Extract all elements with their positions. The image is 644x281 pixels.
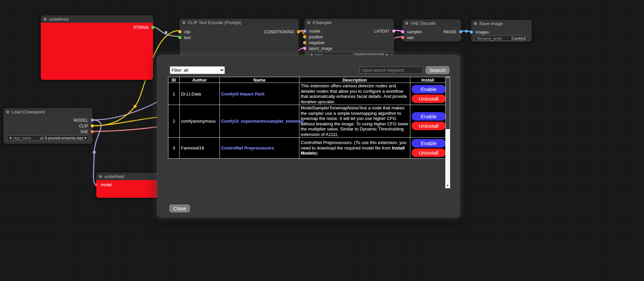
output-label: MODEL xyxy=(73,118,88,123)
node-title: Save Image xyxy=(479,21,503,26)
node-title: Load Checkpoint xyxy=(12,109,45,115)
output-label: CONDITIONING xyxy=(264,30,294,34)
output-label: VAE xyxy=(80,129,88,134)
search-input[interactable] xyxy=(360,67,423,74)
node-header[interactable]: KSampler xyxy=(304,19,394,26)
collapse-dot-icon[interactable] xyxy=(6,110,9,113)
node-vae-decode[interactable]: VAE Decode samples IMAGE vae xyxy=(402,19,461,41)
input-slot-model[interactable] xyxy=(95,183,98,186)
input-slot-clip[interactable] xyxy=(178,30,181,33)
collapse-dot-icon[interactable] xyxy=(405,22,408,25)
uninstall-button[interactable]: Uninstall xyxy=(412,122,446,130)
cell-author: Fannovel16 xyxy=(180,138,220,159)
node-header[interactable]: VAE Decode xyxy=(402,19,461,27)
output-label: CLIP xyxy=(79,124,88,128)
output-slot-image[interactable] xyxy=(459,30,462,33)
input-slot-positive[interactable] xyxy=(303,35,306,38)
node-clip-text-encode[interactable]: CLIP Text Encode (Prompt) clip CONDITION… xyxy=(180,19,299,58)
uninstall-button[interactable]: Uninstall xyxy=(412,148,446,157)
input-label: model xyxy=(309,29,320,34)
node-ksampler[interactable]: KSampler model LATENT positive negative … xyxy=(304,19,394,58)
header-install: Install xyxy=(410,77,446,83)
collapse-dot-icon[interactable] xyxy=(474,22,477,25)
output-label: LATENT xyxy=(374,29,390,34)
input-slot-images[interactable] xyxy=(470,31,473,34)
output-slot-conditioning[interactable] xyxy=(297,30,300,33)
enable-button[interactable]: Enable xyxy=(412,139,446,147)
collapse-dot-icon[interactable] xyxy=(44,18,47,21)
node-title: KSampler xyxy=(313,20,332,25)
widget-label: ckpt_name xyxy=(13,136,31,140)
table-row: 2 comfyanonymous ComfyUI_experiments/sam… xyxy=(168,105,446,138)
filename-prefix-widget[interactable]: filename_prefix ComfyUI xyxy=(475,36,528,41)
output-slot-model[interactable] xyxy=(91,119,94,122)
table-row: 3 Fannovel16 ControlNet Preprocessors Co… xyxy=(168,138,446,159)
filter-select[interactable]: Filter: all xyxy=(170,66,225,74)
node-load-checkpoint[interactable]: Load Checkpoint MODEL CLIP VAE ◀ ckpt_na… xyxy=(3,108,93,144)
cell-author: comfyanonymous xyxy=(180,105,220,138)
extension-table: ID Author Name Description Install 1 Dr.… xyxy=(168,77,446,159)
node-title: CLIP Text Encode (Prompt) xyxy=(188,20,242,25)
input-label: latent_image xyxy=(309,46,332,51)
input-slot-negative[interactable] xyxy=(303,41,306,44)
header-name: Name xyxy=(220,77,299,83)
table-row: 1 Dr.Lt.Data ComfyUI Impact Pack This ex… xyxy=(168,83,446,105)
output-slot-latent[interactable] xyxy=(392,30,395,33)
input-label: negative xyxy=(309,40,324,45)
canvas-axis-horizontal xyxy=(0,261,644,262)
extension-table-container: ID Author Name Description Install 1 Dr.… xyxy=(168,77,450,188)
table-scrollbar[interactable]: ▼ xyxy=(445,77,450,188)
header-description: Description xyxy=(299,77,410,83)
search-button[interactable]: Search xyxy=(426,66,449,74)
ckpt-name-widget[interactable]: ◀ ckpt_name v1-5-pruned-emaonly.ckpt ▶ xyxy=(7,135,89,140)
widget-value: ComfyUI xyxy=(511,36,526,40)
widget-label: filename_prefix xyxy=(477,36,502,40)
cell-id: 1 xyxy=(168,83,180,105)
next-arrow-icon[interactable]: ▶ xyxy=(85,137,87,139)
graph-canvas[interactable]: undefined STRING CLIP Text Encode (Promp… xyxy=(0,0,644,281)
output-slot-string[interactable] xyxy=(151,26,154,29)
node-header[interactable]: Load Checkpoint xyxy=(3,108,93,116)
widget-value: v1-5-pruned-emaonly.ckpt xyxy=(40,136,83,140)
extension-link[interactable]: ComfyUI Impact Pack xyxy=(221,92,265,96)
collapse-dot-icon[interactable] xyxy=(307,21,310,24)
output-label: IMAGE xyxy=(443,30,457,34)
collapse-dot-icon[interactable] xyxy=(99,175,102,178)
enable-button[interactable]: Enable xyxy=(412,112,446,121)
header-id: ID xyxy=(168,77,180,83)
collapse-dot-icon[interactable] xyxy=(182,21,185,24)
cell-author: Dr.Lt.Data xyxy=(180,83,220,105)
extension-link[interactable]: ComfyUI_experiments/sampler_tonemap xyxy=(221,119,303,124)
input-slot-vae[interactable] xyxy=(401,36,404,39)
uninstall-button[interactable]: Uninstall xyxy=(412,94,446,103)
input-slot-latent-image[interactable] xyxy=(303,47,306,50)
scrollbar-thumb[interactable] xyxy=(446,77,450,129)
input-label: positive xyxy=(309,35,323,39)
extension-link[interactable]: ControlNet Preprocessors xyxy=(221,146,274,151)
close-button[interactable]: Close xyxy=(169,205,190,212)
prev-arrow-icon[interactable]: ◀ xyxy=(9,137,11,139)
input-label: model xyxy=(101,182,112,187)
cell-description: This extension offers various detector n… xyxy=(299,83,410,105)
enable-button[interactable]: Enable xyxy=(412,85,446,93)
node-title: undefined xyxy=(104,174,124,179)
cell-id: 2 xyxy=(168,105,180,138)
output-slot-clip[interactable] xyxy=(91,124,94,127)
node-undefined-top[interactable]: undefined STRING xyxy=(41,15,153,80)
dialog-toolbar: Filter: all Search xyxy=(170,66,449,74)
node-header[interactable]: CLIP Text Encode (Prompt) xyxy=(180,19,299,26)
header-author: Author xyxy=(180,77,220,83)
node-save-image[interactable]: Save Image images filename_prefix ComfyU… xyxy=(471,20,532,42)
input-slot-samples[interactable] xyxy=(401,30,404,33)
input-slot-text[interactable] xyxy=(178,36,181,39)
input-label: clip xyxy=(184,30,190,34)
output-slot-vae[interactable] xyxy=(91,130,94,133)
scroll-down-arrow-icon[interactable]: ▼ xyxy=(445,183,450,188)
cell-description: ModelSamplerTonemapNoiseTest a node that… xyxy=(299,105,410,138)
node-header[interactable]: Save Image xyxy=(471,20,532,27)
input-slot-model[interactable] xyxy=(303,30,306,33)
input-label: vae xyxy=(407,35,413,40)
cell-description: ControlNet Preprocessors. (To use this e… xyxy=(299,138,410,159)
node-title: VAE Decode xyxy=(411,21,435,26)
node-header[interactable]: undefined xyxy=(41,15,153,23)
